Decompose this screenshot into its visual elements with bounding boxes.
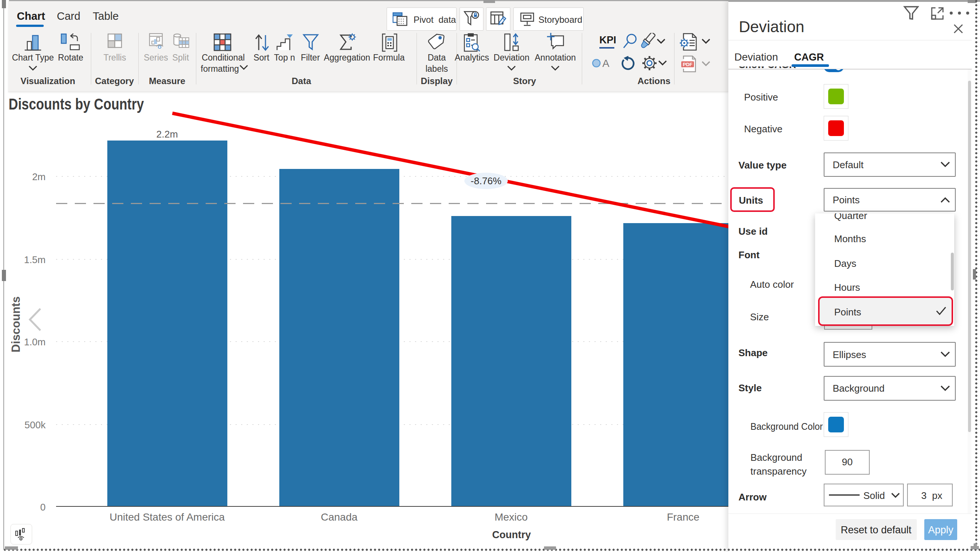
svg-text:-8.76%: -8.76% — [471, 175, 501, 187]
